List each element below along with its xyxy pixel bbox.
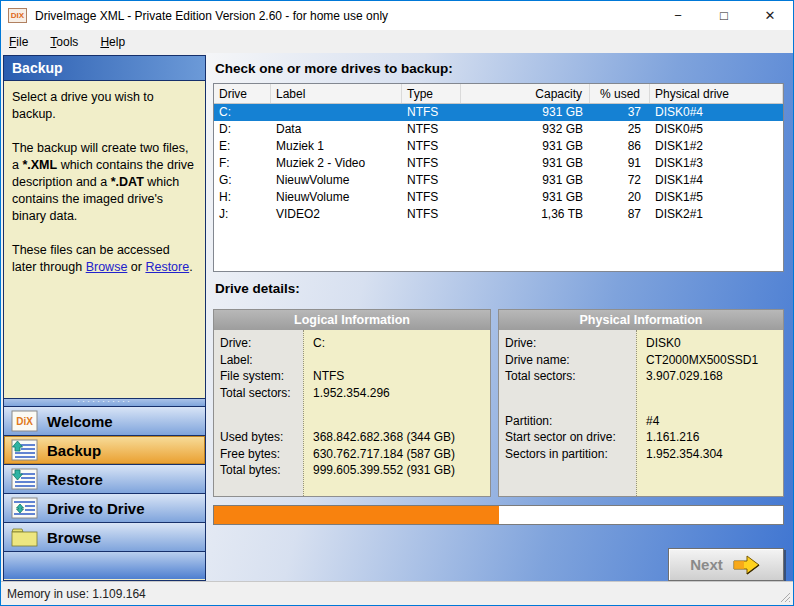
drive-table-header: DriveLabelTypeCapacity% usedPhysical dri… — [214, 84, 783, 104]
table-cell: NTFS — [402, 155, 461, 172]
sidebar-splitter[interactable]: ··········· — [4, 398, 205, 407]
detail-label: Drive: — [499, 335, 636, 352]
title-bar: DIX DriveImage XML - Private Edition Ver… — [1, 1, 793, 30]
svg-text:DiX: DiX — [16, 416, 33, 427]
detail-label: Drive: — [214, 335, 303, 352]
table-cell: 931 GB — [461, 189, 590, 206]
detail-label: Total bytes: — [214, 462, 303, 479]
detail-label: Total sectors: — [499, 368, 636, 385]
column-header[interactable]: Capacity — [461, 84, 590, 103]
table-cell: 931 GB — [461, 155, 590, 172]
minimize-button[interactable]: − — [655, 1, 701, 30]
table-row[interactable]: E:Muziek 1NTFS931 GB86DISK1#2 — [214, 138, 783, 155]
table-cell: 86 — [590, 138, 650, 155]
detail-label: File system: — [214, 368, 303, 385]
dat-file-term: *.DAT — [111, 175, 144, 189]
sidebar-item-label: Backup — [47, 442, 101, 459]
maximize-button[interactable]: □ — [701, 1, 747, 30]
table-cell: 931 GB — [461, 172, 590, 189]
table-row[interactable]: G:NieuwVolumeNTFS931 GB72DISK1#4 — [214, 172, 783, 189]
table-cell: 72 — [590, 172, 650, 189]
detail-value: 368.842.682.368 (344 GB) — [304, 429, 490, 446]
status-bar: Memory in use: 1.109.164 — [1, 581, 793, 605]
detail-value: NTFS — [304, 368, 490, 385]
detail-value — [304, 352, 490, 369]
detail-label: Total sectors: — [214, 385, 303, 402]
table-cell: DISK0#5 — [650, 121, 783, 138]
table-cell: H: — [214, 189, 271, 206]
table-cell: NTFS — [402, 189, 461, 206]
sidebar-item-backup[interactable]: Backup — [4, 436, 205, 465]
logical-information-panel: Logical Information Drive:Label:File sys… — [213, 309, 491, 497]
window-title: DriveImage XML - Private Edition Version… — [35, 9, 388, 23]
sidebar-item-label: Welcome — [47, 413, 113, 430]
table-cell: 87 — [590, 206, 650, 223]
detail-value — [637, 385, 783, 413]
column-header[interactable]: Type — [402, 84, 461, 103]
table-cell: 931 GB — [461, 138, 590, 155]
next-button[interactable]: Next — [668, 548, 784, 581]
sidebar-item-restore[interactable]: Restore — [4, 465, 205, 494]
sidebar-item-label: Browse — [47, 529, 101, 546]
resize-grip[interactable] — [779, 591, 791, 603]
table-cell: NTFS — [402, 172, 461, 189]
table-cell: DISK2#1 — [650, 206, 783, 223]
table-cell: Muziek 1 — [271, 138, 402, 155]
detail-label — [499, 385, 636, 413]
menu-help[interactable]: Help — [100, 35, 125, 49]
table-cell: DISK0#4 — [650, 104, 783, 121]
detail-value: 1.161.216 — [637, 429, 783, 446]
column-header[interactable]: Label — [271, 84, 402, 103]
table-cell: 37 — [590, 104, 650, 121]
table-cell: DISK1#5 — [650, 189, 783, 206]
sidebar-item-welcome[interactable]: DiX Welcome — [4, 407, 205, 436]
menu-file[interactable]: File — [9, 35, 28, 49]
table-row[interactable]: C:NTFS931 GB37DISK0#4 — [214, 104, 783, 121]
xml-file-term: *.XML — [22, 158, 57, 172]
detail-value: C: — [304, 335, 490, 352]
main-area: Check one or more drives to backup: Driv… — [206, 53, 794, 582]
memory-status: Memory in use: 1.109.164 — [7, 587, 146, 601]
detail-value: 1.952.354.304 — [637, 446, 783, 463]
drive-table: DriveLabelTypeCapacity% usedPhysical dri… — [213, 83, 784, 272]
detail-label: Used bytes: — [214, 429, 303, 446]
menu-tools[interactable]: Tools — [50, 35, 78, 49]
table-row[interactable]: D:DataNTFS932 GB25DISK0#5 — [214, 121, 783, 138]
next-button-label: Next — [690, 556, 723, 573]
description-line: Select a drive you wish to backup. — [12, 90, 154, 121]
browse-link[interactable]: Browse — [86, 260, 128, 274]
detail-value: 1.952.354.296 — [304, 385, 490, 402]
details-heading: Drive details: — [215, 281, 300, 296]
column-header[interactable]: % used — [590, 84, 650, 103]
table-cell: 931 GB — [461, 104, 590, 121]
table-row[interactable]: F:Muziek 2 - VideoNTFS931 GB91DISK1#3 — [214, 155, 783, 172]
sidebar-header: Backup — [4, 56, 205, 81]
sidebar-item-label: Drive to Drive — [47, 500, 145, 517]
sidebar-filler — [4, 552, 205, 579]
drives-heading: Check one or more drives to backup: — [215, 61, 453, 76]
arrow-right-icon — [732, 553, 762, 577]
drive-to-drive-arrows-icon — [11, 497, 38, 519]
column-header[interactable]: Drive — [214, 84, 271, 103]
table-row[interactable]: H:NieuwVolumeNTFS931 GB20DISK1#5 — [214, 189, 783, 206]
detail-value: #4 — [637, 413, 783, 430]
detail-value: 630.762.717.184 (587 GB) — [304, 446, 490, 463]
table-cell: VIDEO2 — [271, 206, 402, 223]
restore-link[interactable]: Restore — [145, 260, 189, 274]
table-cell: D: — [214, 121, 271, 138]
detail-value: 3.907.029.168 — [637, 368, 783, 385]
table-cell: E: — [214, 138, 271, 155]
table-cell: G: — [214, 172, 271, 189]
table-row[interactable]: J:VIDEO2NTFS1,36 TB87DISK2#1 — [214, 206, 783, 223]
table-cell — [271, 104, 402, 121]
detail-label: Partition: — [499, 413, 636, 430]
sidebar-item-browse[interactable]: Browse — [4, 523, 205, 552]
table-cell: C: — [214, 104, 271, 121]
panel-title: Logical Information — [214, 310, 490, 330]
column-header[interactable]: Physical drive — [650, 84, 783, 103]
close-button[interactable]: ✕ — [747, 1, 793, 30]
detail-label: Sectors in partition: — [499, 446, 636, 463]
table-cell: DISK1#4 — [650, 172, 783, 189]
description-line: . — [189, 260, 192, 274]
sidebar-item-drive-to-drive[interactable]: Drive to Drive — [4, 494, 205, 523]
